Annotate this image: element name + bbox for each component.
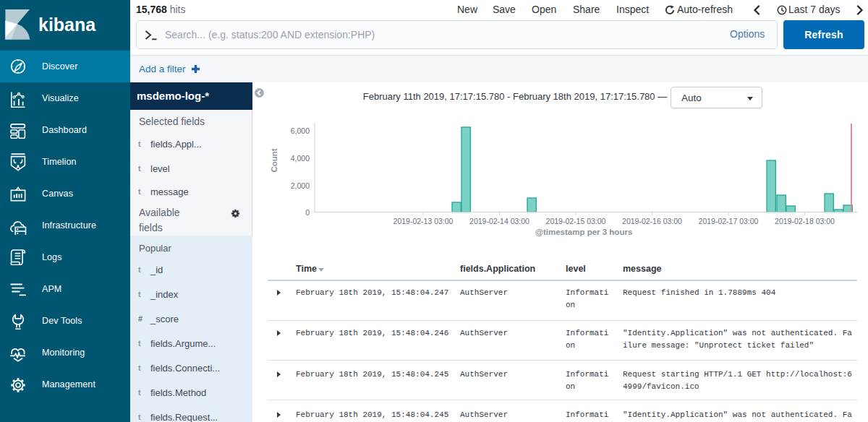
svg-text:2019-02-15 03:00: 2019-02-15 03:00 (546, 217, 606, 225)
svg-text:@timestamp per 3 hours: @timestamp per 3 hours (535, 228, 633, 236)
svg-text:2,000: 2,000 (291, 181, 310, 190)
svg-text:2019-02-16 03:00: 2019-02-16 03:00 (622, 217, 682, 225)
svg-text:2019-02-13 03:00: 2019-02-13 03:00 (393, 217, 454, 225)
svg-text:2019-02-18 03:00: 2019-02-18 03:00 (775, 217, 835, 225)
svg-text:6,000: 6,000 (291, 126, 310, 135)
svg-text:4,000: 4,000 (291, 154, 310, 163)
svg-text:2019-02-14 03:00: 2019-02-14 03:00 (469, 217, 529, 225)
svg-text:0: 0 (305, 208, 310, 217)
svg-text:Count: Count (270, 148, 278, 172)
svg-text:2019-02-17 03:00: 2019-02-17 03:00 (699, 217, 759, 225)
